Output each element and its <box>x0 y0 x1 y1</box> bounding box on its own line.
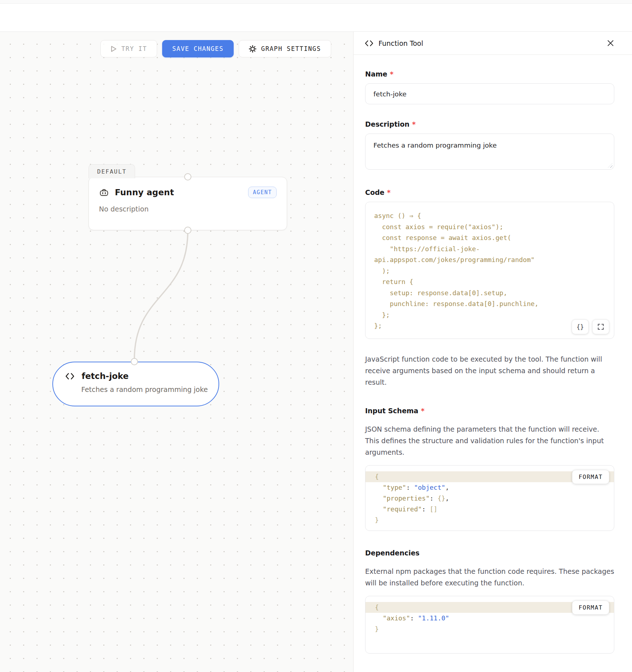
tool-node-input-handle[interactable] <box>131 358 138 365</box>
required-marker: * <box>387 188 390 196</box>
agent-node-output-handle[interactable] <box>184 227 191 234</box>
tool-node-header: fetch-joke <box>53 362 218 381</box>
required-marker: * <box>390 70 393 78</box>
braces-icon: {} <box>576 323 584 331</box>
try-it-button[interactable]: TRY IT <box>100 40 157 57</box>
input-schema-help-text: JSON schema defining the parameters that… <box>365 423 614 458</box>
edge-agent-to-tool <box>0 32 353 672</box>
description-textarea[interactable]: Fetches a random programming joke <box>365 134 614 170</box>
name-input[interactable] <box>365 83 614 104</box>
description-field-group: Description* Fetches a random programmin… <box>365 120 614 170</box>
fullscreen-icon <box>598 324 604 330</box>
graph-settings-button[interactable]: GRAPH SETTINGS <box>239 40 331 57</box>
group-tab-default[interactable]: DEFAULT <box>88 164 135 178</box>
input-schema-group: Input Schema* JSON schema defining the p… <box>365 407 614 531</box>
json-code-line: } <box>365 624 614 634</box>
expand-fullscreen-button[interactable] <box>592 319 609 334</box>
input-schema-editor[interactable]: FORMAT { "type": "object", "properties":… <box>365 465 614 531</box>
code-label: Code* <box>365 188 614 196</box>
group-tab-label: DEFAULT <box>97 168 126 175</box>
agent-node-input-handle[interactable] <box>184 173 191 180</box>
panel-body: Name* Description* Fetches a random prog… <box>354 55 632 668</box>
format-dependencies-button[interactable]: FORMAT <box>572 601 609 615</box>
json-code-line: "properties": {}, <box>365 493 614 504</box>
agent-type-badge: AGENT <box>248 187 277 198</box>
dependencies-editor[interactable]: FORMAT { "axios": "1.11.0"} <box>365 596 614 654</box>
canvas-toolbar: TRY IT SAVE CHANGES <box>100 40 331 57</box>
app-root: TRY IT SAVE CHANGES <box>0 0 632 672</box>
code-editor-content[interactable]: async () ⇒ { const axios = require("axio… <box>374 210 605 332</box>
code-editor[interactable]: async () ⇒ { const axios = require("axio… <box>365 202 614 339</box>
format-input-schema-button[interactable]: FORMAT <box>572 470 609 484</box>
code-field-group: Code* async () ⇒ { const axios = require… <box>365 188 614 388</box>
dependencies-group: Dependencies External npm packages that … <box>365 549 614 654</box>
graph-settings-label: GRAPH SETTINGS <box>261 45 321 52</box>
function-tool-panel: Function Tool Name* Description* Fetche <box>353 32 632 672</box>
node-fetch-joke[interactable]: fetch-joke Fetches a random programming … <box>52 362 219 406</box>
input-schema-label: Input Schema* <box>365 407 614 415</box>
app-top-bar <box>0 4 632 32</box>
agent-node-header: Funny agent AGENT <box>99 187 277 198</box>
code-brackets-icon <box>365 40 373 47</box>
node-funny-agent[interactable]: Funny agent AGENT No description <box>88 177 287 230</box>
close-panel-button[interactable] <box>606 38 615 48</box>
tool-node-title: fetch-joke <box>82 371 129 381</box>
name-field-group: Name* <box>365 70 614 104</box>
tool-node-description: Fetches a random programming joke <box>53 385 218 393</box>
save-changes-button[interactable]: SAVE CHANGES <box>162 40 234 57</box>
required-marker: * <box>412 120 416 128</box>
code-editor-actions: {} <box>572 319 609 334</box>
panel-title: Function Tool <box>378 39 423 47</box>
code-help-text: JavaScript function code to be executed … <box>365 353 614 388</box>
save-changes-label: SAVE CHANGES <box>172 45 224 52</box>
format-code-button[interactable]: {} <box>572 319 589 334</box>
description-label: Description* <box>365 120 614 128</box>
name-label: Name* <box>365 70 614 78</box>
code-brackets-icon <box>65 372 75 380</box>
agent-node-description: No description <box>99 205 277 213</box>
try-it-label: TRY IT <box>121 45 147 52</box>
gear-icon <box>249 45 256 53</box>
dependencies-label: Dependencies <box>365 549 614 557</box>
panel-header: Function Tool <box>354 32 632 55</box>
json-code-line: } <box>365 515 614 525</box>
agent-node-title: Funny agent <box>115 188 174 197</box>
json-code-line: "required": [] <box>365 504 614 515</box>
dependencies-help-text: External npm packages that the function … <box>365 566 614 589</box>
required-marker: * <box>421 407 424 415</box>
play-icon <box>111 45 117 52</box>
robot-icon <box>99 187 109 197</box>
graph-canvas[interactable]: TRY IT SAVE CHANGES <box>0 32 353 672</box>
window-top-strip <box>0 0 632 4</box>
